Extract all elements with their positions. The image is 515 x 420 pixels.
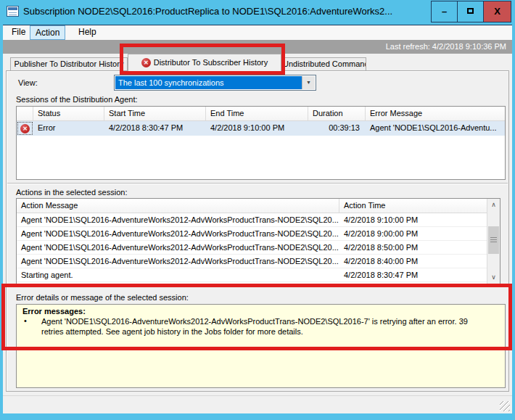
menu-bar: File Action Help — [3, 25, 512, 40]
action-row[interactable]: Agent 'NODE1\SQL2016-AdventureWorks2012-… — [17, 227, 500, 241]
error-icon: ✕ — [20, 124, 30, 133]
tab-error-icon: ✕ — [141, 58, 151, 67]
maximize-icon — [467, 8, 474, 14]
minimize-icon: – — [442, 6, 447, 17]
app-icon — [7, 6, 19, 17]
scroll-up-icon[interactable]: ∧ — [487, 199, 500, 211]
action-message: Agent 'NODE1\SQL2016-AdventureWorks2012-… — [17, 227, 339, 240]
section-divider — [7, 183, 508, 184]
tab-publisher-to-distributor-history[interactable]: Publisher To Distributor History — [10, 57, 128, 70]
actions-header: Action Message Action Time — [17, 199, 500, 213]
error-messages-heading: Error messages: — [22, 307, 499, 316]
sessions-col-end-time[interactable]: End Time — [206, 107, 308, 120]
action-time: 4/2/2018 9:00:00 PM — [339, 227, 472, 240]
action-message: Starting agent. — [17, 268, 339, 281]
error-message-item: • Agent 'NODE1\SQL2016-AdventureWorks201… — [22, 316, 499, 337]
action-message: Agent 'NODE1\SQL2016-AdventureWorks2012-… — [17, 255, 339, 268]
tab-undistributed-commands[interactable]: Undistributed Commands — [282, 57, 366, 70]
action-message: Agent 'NODE1\SQL2016-AdventureWorks2012-… — [17, 241, 339, 254]
titlebar[interactable]: Subscription NODE2\SQL2016:ProductReplic… — [0, 0, 515, 25]
sessions-col-duration[interactable]: Duration — [308, 107, 366, 120]
error-details-label: Error details or message of the selected… — [16, 293, 189, 302]
sessions-col-status[interactable]: Status — [33, 107, 104, 120]
resize-grip[interactable] — [500, 401, 510, 411]
chevron-down-icon[interactable]: ▼ — [302, 76, 315, 89]
close-icon: X — [494, 6, 500, 17]
actions-label: Actions in the selected session: — [16, 188, 127, 197]
bullet-icon: • — [22, 316, 41, 337]
actions-col-message[interactable]: Action Message — [17, 199, 339, 213]
action-row[interactable]: Agent 'NODE1\SQL2016-AdventureWorks2012-… — [17, 241, 500, 255]
window-title: Subscription NODE2\SQL2016:ProductReplic… — [23, 6, 426, 17]
view-label: View: — [18, 78, 38, 87]
actions-table: Action Message Action Time Agent 'NODE1\… — [16, 198, 500, 284]
status-strip — [3, 395, 512, 413]
session-row[interactable]: ✕ Error 4/2/2018 8:30:47 PM 4/2/2018 9:1… — [17, 121, 505, 136]
error-details-panel: Error messages: • Agent 'NODE1\SQL2016-A… — [16, 304, 506, 388]
replication-monitor-window: Subscription NODE2\SQL2016:ProductReplic… — [0, 0, 515, 420]
action-time: 4/2/2018 8:30:47 PM — [339, 268, 472, 281]
menu-file[interactable]: File — [7, 25, 30, 40]
action-row[interactable]: Agent 'NODE1\SQL2016-AdventureWorks2012-… — [17, 255, 500, 268]
view-dropdown[interactable]: The last 100 synchronizations ▼ — [114, 75, 316, 91]
tab-label: Distributor To Subscriber History — [154, 58, 268, 67]
sessions-col-error-message[interactable]: Error Message — [366, 107, 505, 120]
maximize-button[interactable] — [457, 1, 484, 22]
actions-col-time[interactable]: Action Time — [339, 199, 472, 213]
action-message: Agent 'NODE1\SQL2016-AdventureWorks2012-… — [17, 213, 339, 226]
sessions-header: Status Start Time End Time Duration Erro… — [17, 107, 505, 121]
action-row[interactable]: Starting agent. 4/2/2018 8:30:47 PM — [17, 268, 500, 282]
error-message-text: Agent 'NODE1\SQL2016-AdventureWorks2012-… — [41, 316, 499, 337]
scrollbar-grip-icon — [490, 237, 497, 242]
close-button[interactable]: X — [483, 1, 511, 22]
session-end-time: 4/2/2018 9:10:00 PM — [206, 121, 308, 136]
view-dropdown-selected: The last 100 synchronizations — [115, 76, 302, 89]
sessions-col-start-time[interactable]: Start Time — [104, 107, 206, 120]
menu-action[interactable]: Action — [30, 25, 65, 40]
menu-help[interactable]: Help — [73, 25, 102, 40]
tab-distributor-to-subscriber-history[interactable]: ✕Distributor To Subscriber History — [128, 54, 281, 71]
action-time: 4/2/2018 9:10:00 PM — [339, 213, 472, 226]
scroll-down-icon[interactable]: ∨ — [487, 271, 500, 284]
session-status-icon-cell: ✕ — [17, 121, 33, 136]
minimize-button[interactable]: – — [431, 1, 458, 22]
scrollbar-thumb[interactable] — [488, 226, 499, 254]
sessions-table: Status Start Time End Time Duration Erro… — [16, 106, 506, 180]
session-start-time: 4/2/2018 8:30:47 PM — [104, 121, 206, 136]
sessions-label: Sessions of the Distribution Agent: — [16, 95, 138, 104]
last-refresh-bar: Last refresh: 4/2/2018 9:10:36 PM — [3, 40, 512, 54]
session-error-message: Agent 'NODE1\SQL2016-Adventu... — [366, 121, 505, 136]
action-time: 4/2/2018 8:50:00 PM — [339, 241, 472, 254]
actions-scrollbar[interactable]: ∧ ∨ — [487, 199, 500, 284]
session-status: Error — [33, 121, 104, 136]
sessions-col-icon[interactable] — [17, 107, 33, 120]
action-row[interactable]: Agent 'NODE1\SQL2016-AdventureWorks2012-… — [17, 213, 500, 227]
session-duration: 00:39:13 — [308, 121, 366, 136]
action-time: 4/2/2018 8:40:00 PM — [339, 255, 472, 268]
